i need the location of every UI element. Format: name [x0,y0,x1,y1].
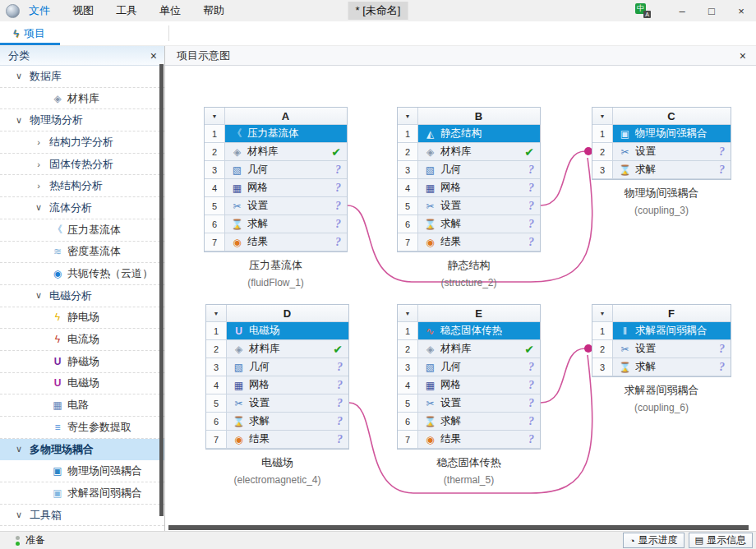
electrostatic-field-icon: ϟ [51,311,64,323]
cell-results[interactable]: ◉结果? [418,431,540,449]
cell-mesh[interactable]: ▦网格? [418,376,540,394]
sidebar-item-14[interactable]: U电磁场 [0,373,164,395]
sidebar-item-17[interactable]: ∨多物理场耦合 [0,439,164,461]
system-dropdown-icon[interactable]: ▼ [206,305,227,322]
cell-solve[interactable]: ⌛求解? [227,413,348,431]
chevron-right-icon[interactable]: › [33,181,44,191]
sidebar-scrollbar[interactable] [159,64,164,516]
sidebar-item-8[interactable]: ≋密度基流体 [0,242,164,264]
cell-material-library[interactable]: ◈材料库✔ [227,340,348,358]
sidebar-item-4[interactable]: ›固体传热分析 [0,154,164,176]
sidebar-item-7[interactable]: 《压力基流体 [0,219,164,242]
menu-tools[interactable]: 工具 [116,3,137,18]
sidebar-item-0[interactable]: ∨数据库 [0,66,164,88]
cell-material-library[interactable]: ◈材料库✔ [418,143,540,161]
cell-geometry[interactable]: ▧几何? [227,358,348,376]
cell-settings[interactable]: ✂设置? [227,394,348,413]
system-dropdown-icon[interactable]: ▼ [592,108,613,125]
sidebar-item-11[interactable]: ϟ静电场 [0,307,164,330]
show-progress-button[interactable]: ◔ 显示进度 [623,533,685,548]
sidebar-item-16[interactable]: ≡寄生参数提取 [0,417,164,439]
cell-settings[interactable]: ✂设置? [418,197,540,215]
category-close-icon[interactable]: × [150,49,157,62]
system-dropdown-icon[interactable]: ▼ [398,108,418,125]
system-code: (electromagnetic_4) [205,474,349,486]
cell-solve[interactable]: ⌛求解? [225,215,347,233]
chevron-right-icon[interactable]: › [33,159,44,169]
cell-solve[interactable]: ⌛求解? [418,215,540,233]
menu-help[interactable]: 帮助 [203,3,224,18]
system-title-cell[interactable]: ▣物理场间强耦合 [613,125,731,143]
system-title-cell[interactable]: ◭静态结构 [418,125,540,143]
sidebar-item-10[interactable]: ∨电磁分析 [0,285,164,307]
mesh-icon: ▦ [423,182,437,194]
sidebar-item-6[interactable]: ∨流体分析 [0,197,164,219]
sidebar-item-9[interactable]: ◉共轭传热（云道） [0,263,164,285]
cell-mesh[interactable]: ▦网格? [418,179,540,197]
cell-solve[interactable]: ⌛求解? [613,358,731,376]
chevron-down-icon[interactable]: ∨ [13,115,25,126]
cell-results[interactable]: ◉结果? [227,431,348,449]
minimize-button[interactable]: – [667,0,697,21]
cell-geometry[interactable]: ▧几何? [418,358,540,376]
connection-b-settings-to-c[interactable] [541,151,585,205]
sidebar-item-18[interactable]: ▣物理场间强耦合 [0,460,164,482]
menu-file[interactable]: 文件 [29,3,50,18]
cell-settings[interactable]: ✂设置? [613,340,731,358]
chevron-down-icon[interactable]: ∨ [13,510,25,520]
sidebar-item-12[interactable]: ϟ电流场 [0,329,164,351]
row-number: 5 [206,394,227,413]
show-info-button[interactable]: ▤ 显示信息 [689,533,753,548]
cell-geometry[interactable]: ▧几何? [225,161,347,179]
schematic-canvas[interactable]: ▼A1《压力基流体2◈材料库✔3▧几何?4▦网格?5✂设置?6⌛求解?7◉结果?… [165,66,756,531]
sidebar-item-13[interactable]: U静磁场 [0,351,164,373]
cell-results[interactable]: ◉结果? [418,233,540,251]
chevron-down-icon[interactable]: ∨ [13,71,25,81]
cell-solve[interactable]: ⌛求解? [418,413,540,431]
cell-settings[interactable]: ✂设置? [613,143,731,161]
app-logo-icon[interactable] [6,4,20,18]
row-number: 6 [206,413,227,431]
cell-settings[interactable]: ✂设置? [225,197,347,215]
cell-results[interactable]: ◉结果? [225,233,347,251]
system-dropdown-icon[interactable]: ▼ [205,108,225,125]
close-button[interactable]: × [726,0,756,21]
tab-project[interactable]: ϟ 项目 [0,21,60,45]
current-field-icon: ϟ [51,334,64,345]
schematic-close-icon[interactable]: × [740,49,746,62]
cell-mesh[interactable]: ▦网格? [225,179,347,197]
horizontal-scrollbar[interactable] [168,525,749,530]
sidebar-item-2[interactable]: ∨物理场分析 [0,109,164,131]
maximize-button[interactable]: □ [697,0,726,21]
language-switch-icon[interactable]: 中 A [635,3,651,18]
sidebar-item-19[interactable]: ▣求解器间弱耦合 [0,482,164,505]
cell-material-library[interactable]: ◈材料库✔ [225,143,347,161]
chevron-right-icon[interactable]: › [33,137,44,147]
system-title-cell[interactable]: U电磁场 [227,322,348,340]
chevron-down-icon[interactable]: ∨ [13,444,25,454]
system-title-cell[interactable]: 《压力基流体 [225,125,347,143]
menu-units[interactable]: 单位 [159,3,181,18]
chevron-down-icon[interactable]: ∨ [33,202,44,213]
solve-icon: ⌛ [230,219,244,230]
sidebar-item-15[interactable]: ▦电路 [0,394,164,417]
cell-label: 求解 [440,414,461,428]
cell-settings[interactable]: ✂设置? [418,394,540,413]
system-dropdown-icon[interactable]: ▼ [592,305,613,322]
system-title-cell[interactable]: ‖求解器间弱耦合 [613,322,731,340]
chevron-down-icon[interactable]: ∨ [33,290,44,301]
system-E-row-4: 4▦网格? [398,376,540,394]
system-title-cell[interactable]: ∿稳态固体传热 [418,322,540,340]
system-dropdown-icon[interactable]: ▼ [398,305,418,322]
sidebar-item-1[interactable]: ◈材料库 [0,88,164,110]
connection-e-settings-to-f[interactable] [541,348,585,403]
cell-material-library[interactable]: ◈材料库✔ [418,340,540,358]
sidebar-item-3[interactable]: ›结构力学分析 [0,131,164,154]
cell-mesh[interactable]: ▦网格? [227,376,348,394]
sidebar-item-20[interactable]: ∨工具箱 [0,505,164,527]
cell-geometry[interactable]: ▧几何? [418,161,540,179]
menu-view[interactable]: 视图 [72,3,94,18]
sidebar-item-5[interactable]: ›热结构分析 [0,175,164,197]
cell-solve[interactable]: ⌛求解? [613,161,731,179]
status-check-icon: ✔ [524,343,534,356]
